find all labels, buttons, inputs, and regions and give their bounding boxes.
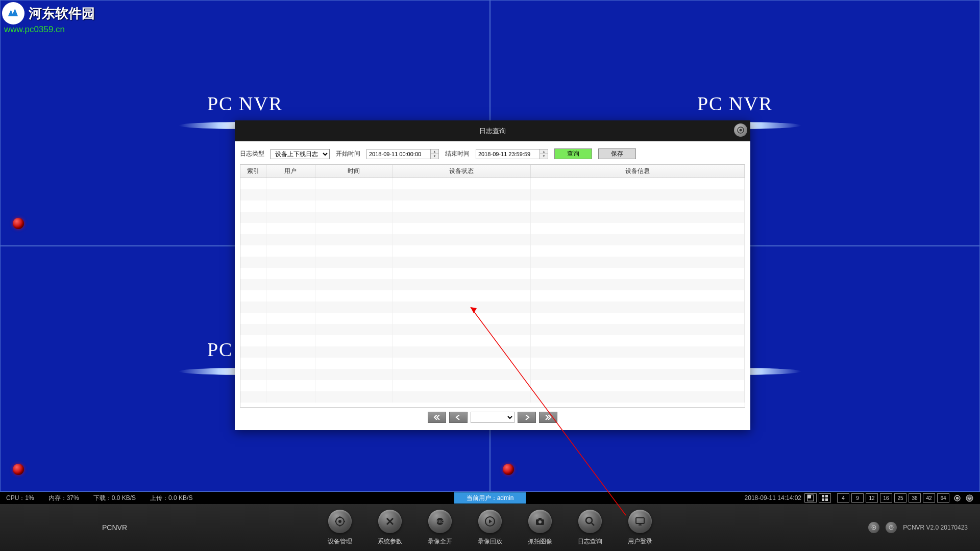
filter-row: 日志类型 设备上下线日志 开始时间 ▲▼ 结束时间 ▲▼ 查询 保存 bbox=[240, 146, 745, 164]
layout-preset-16[interactable]: 16 bbox=[880, 493, 892, 503]
log-type-select[interactable]: 设备上下线日志 bbox=[271, 149, 330, 159]
end-time-spinner[interactable]: ▲▼ bbox=[540, 149, 548, 159]
device-icon bbox=[334, 515, 346, 528]
chevron-left-icon bbox=[455, 415, 462, 420]
pager-page-select[interactable] bbox=[471, 412, 514, 423]
app-name: PCNVR bbox=[0, 523, 127, 532]
layout-preset-25[interactable]: 25 bbox=[894, 493, 906, 503]
mini-button-2[interactable] bbox=[886, 522, 897, 533]
download-speed: 下载：0.0 KB/S bbox=[93, 494, 136, 503]
dialog-body: 日志类型 设备上下线日志 开始时间 ▲▼ 结束时间 ▲▼ 查询 保存 索引 bbox=[235, 141, 750, 430]
close-icon bbox=[737, 127, 744, 134]
svg-point-15 bbox=[338, 520, 341, 523]
svg-rect-23 bbox=[636, 518, 644, 523]
layout-preset-4[interactable]: 4 bbox=[837, 493, 849, 503]
camera-brand-text: PC NVR bbox=[207, 92, 283, 115]
cpu-usage: CPU：1% bbox=[6, 494, 34, 503]
layout-single-button[interactable] bbox=[804, 493, 817, 503]
collapse-button[interactable] bbox=[965, 493, 974, 503]
col-info[interactable]: 设备信息 bbox=[530, 165, 745, 178]
start-time-input[interactable] bbox=[366, 149, 431, 159]
pager-next-button[interactable] bbox=[518, 412, 536, 423]
log-query-button[interactable]: 日志查询 bbox=[578, 510, 602, 546]
current-user-badge: 当前用户：admin bbox=[454, 492, 526, 504]
col-user[interactable]: 用户 bbox=[266, 165, 315, 178]
end-time-label: 结束时间 bbox=[445, 149, 470, 158]
user-login-button[interactable]: 用户登录 bbox=[628, 510, 652, 546]
col-time[interactable]: 时间 bbox=[315, 165, 393, 178]
system-params-button[interactable]: 系统参数 bbox=[378, 510, 402, 546]
svg-rect-10 bbox=[825, 498, 828, 501]
main-toolbar: PCNVR 设备管理 系统参数 REC 录像全开 录像回放 抓拍图像 日志查询 … bbox=[0, 504, 980, 551]
play-icon bbox=[484, 515, 496, 528]
svg-rect-9 bbox=[822, 498, 824, 501]
close-button[interactable] bbox=[734, 123, 747, 137]
layout-preset-36[interactable]: 36 bbox=[909, 493, 921, 503]
pager-first-button[interactable] bbox=[428, 412, 446, 423]
pager-prev-button[interactable] bbox=[449, 412, 468, 423]
capture-button[interactable]: 抓拍图像 bbox=[528, 510, 552, 546]
fullscreen-button[interactable] bbox=[952, 493, 962, 503]
record-all-button[interactable]: REC 录像全开 bbox=[428, 510, 452, 546]
end-time-input[interactable] bbox=[476, 149, 540, 159]
settings-icon bbox=[384, 515, 396, 528]
memory-usage: 内存：37% bbox=[48, 494, 79, 503]
chevron-right-icon bbox=[523, 415, 530, 420]
version-text: PCNVR V2.0 20170423 bbox=[903, 524, 968, 531]
svg-point-21 bbox=[538, 520, 542, 523]
svg-rect-8 bbox=[825, 495, 828, 497]
monitor-icon bbox=[634, 515, 646, 528]
chevron-double-right-icon bbox=[545, 415, 552, 420]
dialog-title: 日志查询 bbox=[479, 127, 506, 136]
layout-preset-12[interactable]: 12 bbox=[866, 493, 878, 503]
log-query-dialog: 日志查询 日志类型 设备上下线日志 开始时间 ▲▼ 结束时间 ▲▼ 查询 保存 bbox=[235, 120, 750, 430]
watermark: 河东软件园 www.pc0359.cn bbox=[2, 2, 95, 35]
pager bbox=[240, 408, 745, 425]
watermark-logo-icon bbox=[2, 2, 24, 24]
log-table-container: 索引 用户 时间 设备状态 设备信息 bbox=[240, 164, 745, 408]
save-button[interactable]: 保存 bbox=[598, 148, 636, 159]
mini-button-1[interactable] bbox=[868, 522, 879, 533]
col-index[interactable]: 索引 bbox=[240, 165, 266, 178]
playback-button[interactable]: 录像回放 bbox=[478, 510, 502, 546]
start-time-label: 开始时间 bbox=[336, 149, 360, 158]
log-table-body bbox=[240, 178, 745, 403]
record-icon: REC bbox=[434, 515, 446, 528]
log-table: 索引 用户 时间 设备状态 设备信息 bbox=[240, 165, 745, 403]
grid-layout-presets: 4 9 12 16 25 36 42 64 bbox=[804, 493, 949, 503]
start-time-spinner[interactable]: ▲▼ bbox=[431, 149, 439, 159]
camera-icon bbox=[534, 515, 546, 528]
status-bar: CPU：1% 内存：37% 下载：0.0 KB/S 上传：0.0 KB/S 当前… bbox=[0, 492, 980, 504]
svg-point-13 bbox=[966, 495, 973, 502]
query-button[interactable]: 查询 bbox=[554, 148, 592, 159]
search-icon bbox=[584, 515, 596, 528]
dialog-title-bar[interactable]: 日志查询 bbox=[235, 120, 750, 141]
watermark-name: 河东软件园 bbox=[29, 5, 95, 22]
svg-text:REC: REC bbox=[436, 520, 444, 523]
pager-last-button[interactable] bbox=[539, 412, 557, 423]
record-indicator-icon bbox=[13, 218, 24, 229]
svg-point-25 bbox=[873, 527, 875, 529]
power-icon bbox=[888, 524, 894, 531]
record-indicator-icon bbox=[13, 464, 24, 475]
layout-preset-9[interactable]: 9 bbox=[851, 493, 864, 503]
layout-preset-64[interactable]: 64 bbox=[937, 493, 949, 503]
layout-multi-button[interactable] bbox=[819, 493, 831, 503]
watermark-url: www.pc0359.cn bbox=[4, 24, 95, 35]
log-type-label: 日志类型 bbox=[240, 149, 264, 158]
gear-icon bbox=[871, 524, 877, 531]
datetime: 2018-09-11 14:14:02 bbox=[745, 494, 801, 502]
svg-rect-6 bbox=[807, 495, 811, 498]
upload-speed: 上传：0.0 KB/S bbox=[150, 494, 192, 503]
svg-point-12 bbox=[956, 497, 958, 499]
device-manage-button[interactable]: 设备管理 bbox=[328, 510, 352, 546]
chevron-double-left-icon bbox=[433, 415, 440, 420]
svg-point-22 bbox=[586, 517, 592, 523]
layout-preset-42[interactable]: 42 bbox=[923, 493, 935, 503]
record-indicator-icon bbox=[503, 464, 514, 475]
camera-brand-text: PC NVR bbox=[697, 92, 773, 115]
svg-point-2 bbox=[740, 129, 742, 132]
svg-rect-20 bbox=[538, 518, 542, 520]
col-status[interactable]: 设备状态 bbox=[393, 165, 530, 178]
svg-rect-7 bbox=[822, 495, 824, 497]
